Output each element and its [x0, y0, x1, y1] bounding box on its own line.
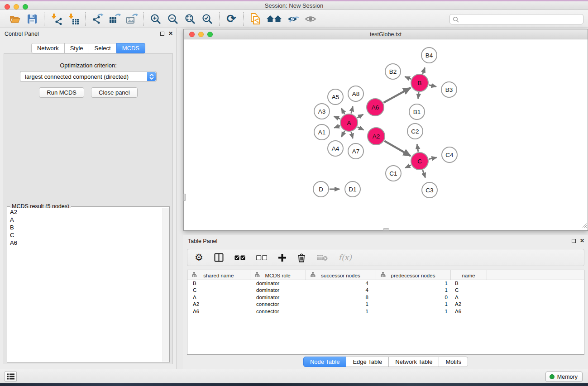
table-row[interactable]: Cdominator41C [187, 287, 584, 294]
float-panel-icon[interactable] [572, 239, 576, 243]
add-column-icon[interactable] [278, 251, 287, 264]
search-box[interactable] [449, 14, 583, 24]
edge-A-A7[interactable] [351, 132, 353, 138]
cell-successor_nodes[interactable]: 8 [306, 294, 376, 301]
tab-mcds[interactable]: MCDS [116, 43, 145, 53]
delete-table-icon[interactable] [316, 251, 328, 264]
select-all-columns-icon[interactable] [234, 251, 245, 264]
search-input[interactable] [461, 16, 583, 23]
float-panel-icon[interactable] [160, 32, 164, 36]
tab-node-table[interactable]: Node Table [303, 357, 347, 367]
edge-A-A6[interactable] [357, 114, 363, 118]
task-history-button[interactable] [5, 371, 17, 382]
export-table-icon[interactable] [108, 12, 121, 26]
cell-mcds_role[interactable]: dominator [250, 287, 306, 294]
table-row[interactable]: A2connector11A2 [187, 301, 584, 308]
mcds-result-list[interactable]: A2ABCA6 [8, 208, 163, 362]
hide-graphics-details-icon[interactable] [287, 12, 300, 26]
table-row[interactable]: Bdominator41B [187, 280, 584, 287]
clone-network-icon[interactable] [249, 12, 262, 26]
split-divider-handle[interactable] [183, 194, 186, 201]
show-graphics-details-icon[interactable] [304, 12, 317, 26]
zoom-in-icon[interactable] [149, 12, 163, 26]
edge-A-A5[interactable] [342, 109, 345, 114]
edge-B-B2[interactable] [405, 76, 411, 79]
result-item[interactable]: B [8, 224, 163, 231]
column-settings-gear-icon[interactable]: ⚙ [195, 251, 203, 264]
edge-A6-B[interactable] [383, 88, 411, 103]
tab-network-table[interactable]: Network Table [388, 357, 439, 367]
edge-C-C3[interactable] [423, 170, 425, 178]
zoom-selected-icon[interactable] [201, 12, 214, 26]
result-item[interactable]: C [8, 231, 163, 239]
tab-network[interactable]: Network [31, 43, 65, 53]
edge-B-B1[interactable] [418, 92, 419, 99]
cell-successor_nodes[interactable]: 4 [306, 287, 376, 294]
cell-shared_name[interactable]: B [187, 280, 250, 287]
cell-successor_nodes[interactable]: 1 [306, 301, 376, 308]
node-table[interactable]: shared nameMCDS rolesuccessor nodesprede… [187, 270, 584, 315]
export-image-icon[interactable] [125, 12, 139, 26]
homes-icon[interactable] [266, 12, 283, 26]
edge-A-A2[interactable] [358, 127, 364, 130]
close-panel-button[interactable]: Close panel [91, 87, 138, 98]
tab-select[interactable]: Select [89, 43, 117, 53]
cell-name[interactable]: B [450, 280, 487, 287]
cell-name[interactable]: A6 [450, 308, 487, 315]
cell-successor_nodes[interactable]: 4 [306, 280, 376, 287]
import-network-icon[interactable] [49, 12, 63, 26]
edge-A-A3[interactable] [334, 116, 340, 119]
cell-shared_name[interactable]: A6 [187, 308, 250, 315]
edge-C-C1[interactable] [405, 165, 411, 168]
split-divider-handle[interactable] [383, 228, 389, 231]
column-header-predecessor-nodes[interactable]: predecessor nodes [376, 270, 450, 280]
column-header-shared-name[interactable]: shared name [187, 270, 250, 280]
zoom-fit-icon[interactable] [183, 12, 197, 26]
result-item[interactable]: A6 [8, 239, 163, 247]
export-network-icon[interactable] [91, 12, 104, 26]
network-canvas[interactable]: B4B2BB3A5A8A6B1A3AA1C2A2A4A7C4CC1C3DD1 [184, 39, 588, 230]
import-table-icon[interactable] [67, 12, 80, 26]
tab-edge-table[interactable]: Edge Table [346, 357, 389, 367]
cell-shared_name[interactable]: A2 [187, 301, 250, 308]
save-session-icon[interactable] [25, 12, 39, 26]
run-mcds-button[interactable]: Run MCDS [39, 87, 84, 98]
edge-A-A8[interactable] [351, 106, 353, 113]
edge-C-C2[interactable] [417, 144, 418, 152]
result-item[interactable]: A2 [8, 208, 163, 216]
cell-name[interactable]: A2 [450, 301, 487, 308]
cell-predecessor_nodes[interactable]: 1 [376, 308, 450, 315]
network-window-titlebar[interactable]: testGlobe.txt [184, 29, 588, 39]
show-columns-icon[interactable] [214, 251, 224, 264]
cell-predecessor_nodes[interactable]: 1 [376, 287, 450, 294]
column-header-name[interactable]: name [450, 270, 487, 280]
function-builder-icon[interactable]: f(x) [339, 251, 352, 264]
app-titlebar[interactable]: Session: New Session [0, 1, 588, 10]
cell-name[interactable]: A [450, 294, 487, 301]
refresh-layout-icon[interactable]: ⟳ [225, 12, 238, 26]
resize-grip-icon[interactable] [581, 222, 587, 230]
zoom-out-icon[interactable] [166, 12, 180, 26]
result-scrollbar[interactable] [163, 208, 169, 362]
column-header-successor-nodes[interactable]: successor nodes [306, 270, 376, 280]
cell-mcds_role[interactable]: connector [250, 308, 306, 315]
open-session-icon[interactable] [8, 12, 22, 26]
cell-mcds_role[interactable]: connector [250, 301, 306, 308]
close-panel-icon[interactable]: ✕ [580, 238, 584, 243]
criterion-dropdown[interactable]: largest connected component (directed) [20, 71, 157, 82]
edge-A2-C[interactable] [384, 141, 411, 156]
edge-B-B4[interactable] [423, 67, 425, 74]
table-row[interactable]: A6connector11A6 [187, 308, 584, 315]
delete-column-trash-icon[interactable] [297, 251, 306, 264]
memory-button[interactable]: Memory [545, 372, 583, 382]
close-panel-icon[interactable]: ✕ [168, 31, 173, 36]
edge-B-B3[interactable] [429, 85, 436, 87]
table-row[interactable]: Adominator80A [187, 294, 584, 301]
cell-predecessor_nodes[interactable]: 1 [376, 301, 450, 308]
result-item[interactable]: A [8, 216, 163, 224]
edge-A-A4[interactable] [342, 131, 345, 137]
edge-C-C4[interactable] [429, 157, 437, 159]
tab-style[interactable]: Style [64, 43, 89, 53]
cell-shared_name[interactable]: A [187, 294, 250, 301]
cell-mcds_role[interactable]: dominator [250, 280, 306, 287]
